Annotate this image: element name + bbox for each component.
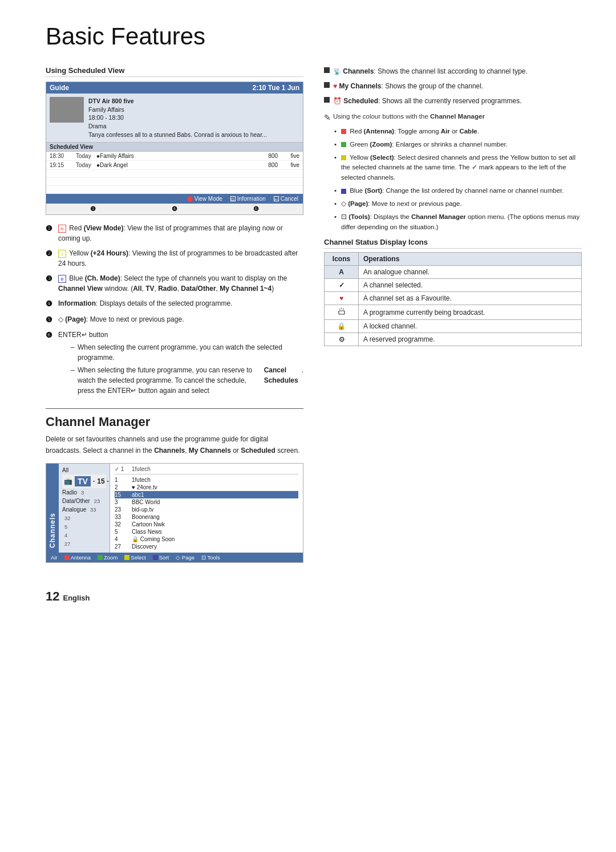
status-table-header-icons: Icons (325, 253, 359, 266)
status-icon-reserved: ⊙ (325, 333, 359, 346)
status-row: 🔒 A locked channel. (325, 320, 582, 333)
red-btn-indicator (187, 196, 193, 202)
cm-left-5[interactable]: 5 (62, 522, 106, 531)
colour-note: ✎ Using the colour buttons with the Chan… (324, 113, 582, 122)
status-icon-A: A (325, 266, 359, 279)
yellow-icon: Y (58, 250, 66, 258)
cm-channel-row[interactable]: 3BBC World (115, 498, 298, 506)
guide-datetime: 2:10 Tue 1 Jun (253, 84, 299, 92)
cancel-btn-indicator: ↩ (274, 196, 279, 201)
guide-prog-title: DTV Air 800 five (88, 97, 267, 106)
cm-left-data[interactable]: Data/Other 23 (62, 497, 106, 505)
cm-footer-antenna: Antenna (64, 554, 91, 561)
cm-left-analogue[interactable]: Analogue 33 (62, 505, 106, 514)
pen-icon: ✎ (324, 113, 331, 122)
btn-num-4: ❹ (172, 205, 177, 213)
sub-bullet-red: Red (Antenna): Toggle among Air or Cable… (334, 127, 582, 137)
bullet-mychannels: ♥ My Channels: Shows the group of the ch… (324, 81, 582, 91)
blue-icon: B (58, 275, 66, 283)
status-icon-broadcast (325, 305, 359, 320)
guide-rows: 18:30 Today ●Family Affairs 800 five 19:… (46, 152, 303, 194)
guide-prog-name: Family Affairs (88, 106, 267, 114)
step-3: ❸ B Blue (Ch. Mode): Select the type of … (46, 273, 303, 294)
antenna-icon: 📡 (333, 68, 341, 75)
step-6-sub: When selecting the current programme, yo… (71, 342, 303, 396)
status-row: ✓ A channel selected. (325, 279, 582, 292)
cm-footer-tools: ⊡ Tools (201, 554, 220, 561)
page-footer: 12 English (46, 589, 582, 604)
sq-green-icon (98, 555, 103, 560)
status-op-check: A channel selected. (359, 279, 582, 292)
guide-header: Guide 2:10 Tue 1 Jun (46, 82, 303, 94)
cm-footer-page: ◇ Page (176, 554, 194, 561)
page-lang: English (63, 594, 90, 602)
guide-top: DTV Air 800 five Family Affairs 18:00 - … (46, 94, 303, 143)
cm-left-4[interactable]: 4 (62, 531, 106, 539)
guide-footer-cancel: ↩ Cancel (274, 196, 298, 202)
guide-info: DTV Air 800 five Family Affairs 18:00 - … (88, 97, 267, 139)
sub-bullet-tools: ⊡ (Tools): Displays the Channel Manager … (334, 212, 582, 233)
cm-channel-row[interactable]: 27Discovery (115, 543, 298, 550)
status-op-heart: A channel set as a Favourite. (359, 292, 582, 305)
cm-channel-row[interactable]: 32Cartoon Nwk (115, 521, 298, 528)
sq-yellow-icon (124, 555, 129, 560)
cm-left-27[interactable]: 27 (62, 539, 106, 548)
btn-num-6: ❻ (253, 205, 259, 213)
step-2: ❷ Y Yellow (+24 Hours): Viewing the list… (46, 248, 303, 269)
status-op-reserved: A reserved programme. (359, 333, 582, 346)
guide-footer: View Mode ⊡ Information ↩ Cancel (46, 194, 303, 204)
sub-bullet-green: Green (Zoom): Enlarges or shrinks a chan… (334, 140, 582, 150)
step-1: ❶ R Red (View Mode): View the list of pr… (46, 223, 303, 244)
cm-right-header: ✓ 1 1futech (115, 466, 298, 474)
section-divider (46, 408, 303, 409)
right-column: 📡 Channels: Shows the channel list accor… (324, 66, 582, 572)
bullet-scheduled: ⏰ Scheduled: Shows all the currently res… (324, 96, 582, 106)
guide-box: Guide 2:10 Tue 1 Jun DTV Air 800 five Fa… (46, 82, 303, 215)
cm-channel-row[interactable]: 4🔒 Coming Soon (115, 535, 298, 543)
channel-manager-title: Channel Manager (46, 415, 303, 429)
page-title: Basic Features (46, 23, 582, 50)
step-4: ❹ Information: Displays details of the s… (46, 298, 303, 310)
status-table-header-ops: Operations (359, 253, 582, 266)
step-6-sub-1: When selecting the current programme, yo… (71, 342, 303, 363)
channel-manager-desc: Delete or set favourites channels and us… (46, 434, 303, 456)
guide-scheduled-label: Scheduled View (46, 143, 303, 152)
cm-footer: Air Antenna Zoom Select Sort ◇ Page ⊡ To… (46, 553, 303, 562)
sub-bullet-list: Red (Antenna): Toggle among Air or Cable… (334, 127, 582, 232)
red-sq-icon (341, 129, 346, 134)
yellow-sq-icon (341, 155, 346, 160)
top-bullet-list: 📡 Channels: Shows the channel list accor… (324, 66, 582, 106)
sub-bullet-page: ◇ (Page): Move to next or previous page. (334, 199, 582, 209)
cm-channel-row[interactable]: 23bid-up.tv (115, 506, 298, 513)
cm-footer-sort: Sort (153, 554, 169, 561)
guide-prog-time: 18:00 - 18:30 (88, 113, 267, 122)
cm-left-32[interactable]: 32 (62, 514, 106, 522)
red-icon: R (58, 225, 66, 233)
cm-channel-row-selected[interactable]: 15abc1 (115, 491, 298, 498)
cm-channel-row[interactable]: 5Class News (115, 528, 298, 535)
cm-footer-select: Select (124, 554, 145, 561)
cm-right-panel: ✓ 1 1futech 11futech 2♥ 24ore.tv 15abc1 … (110, 464, 303, 553)
status-row: ⊙ A reserved programme. (325, 333, 582, 346)
cm-channel-row[interactable]: 11futech (115, 476, 298, 484)
sq-red-icon (64, 555, 70, 560)
blue-sq-icon (341, 189, 346, 194)
step-list: ❶ R Red (View Mode): View the list of pr… (46, 223, 303, 398)
cm-left-all[interactable]: All (62, 466, 106, 474)
guide-row: 18:30 Today ●Family Affairs 800 five (46, 152, 303, 161)
guide-prog-desc: Tanya confesses all to a stunned Babs. C… (88, 131, 267, 139)
guide-footer-info: ⊡ Information (230, 196, 266, 202)
status-op-A: An analogue channel. (359, 266, 582, 279)
green-sq-icon (341, 142, 346, 147)
cm-channel-row[interactable]: 2♥ 24ore.tv (115, 484, 298, 491)
status-op-broadcast: A programme currently being broadcast. (359, 305, 582, 320)
guide-row: 19:15 Today ●Dark Angel 800 five (46, 161, 303, 170)
btn-num-1: ❶ (90, 205, 96, 213)
guide-footer-viewmode: View Mode (187, 196, 222, 202)
cm-left-radio[interactable]: Radio 3 (62, 488, 106, 497)
guide-row-empty (46, 170, 303, 178)
cm-channel-row[interactable]: 33Boonerang (115, 513, 298, 521)
info-btn-indicator: ⊡ (230, 196, 236, 201)
cm-left-tv[interactable]: 📺 TV · 15 · abc1 · (62, 474, 106, 488)
sub-bullet-yellow: Yellow (Select): Select desired channels… (334, 153, 582, 183)
